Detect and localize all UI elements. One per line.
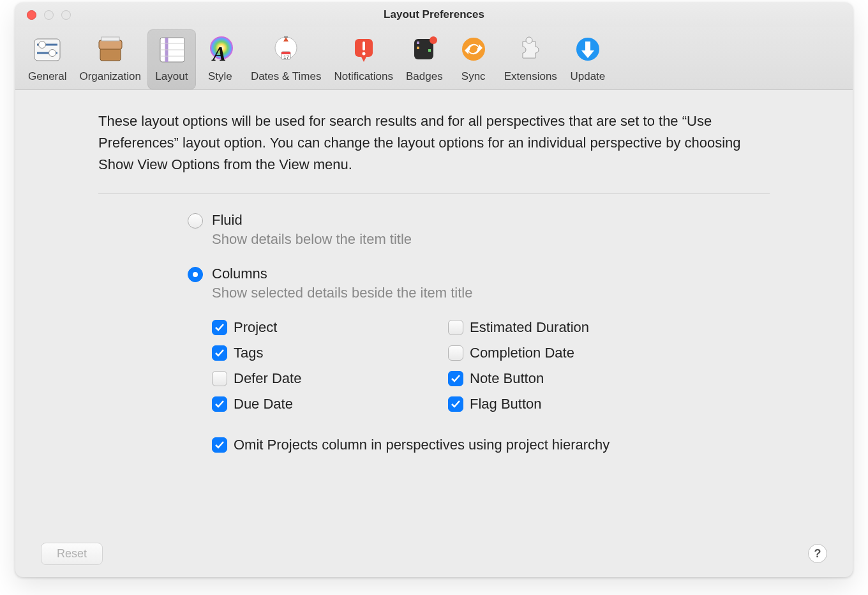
tab-label: Style (208, 70, 232, 83)
reset-button[interactable]: Reset (41, 543, 103, 565)
tab-organization[interactable]: Organization (73, 29, 147, 89)
sliders-icon (29, 33, 65, 66)
completion-date-checkbox[interactable] (448, 345, 463, 361)
svg-point-27 (430, 36, 437, 44)
due-date-label: Due Date (234, 396, 293, 412)
columns-label: Columns (212, 266, 472, 282)
tab-label: Badges (406, 70, 443, 83)
svg-rect-6 (99, 40, 122, 49)
option-columns: Columns Show selected details beside the… (188, 266, 770, 301)
tab-style[interactable]: A Style (196, 29, 244, 89)
flag-button-label: Flag Button (470, 396, 542, 412)
titlebar: Layout Preferences (15, 3, 853, 27)
tags-checkbox[interactable] (212, 345, 227, 361)
omit-projects-checkbox[interactable] (212, 437, 227, 453)
columns-grid: Project Estimated Duration Tags Completi… (212, 319, 770, 412)
note-button-label: Note Button (470, 370, 544, 387)
tab-label: General (28, 70, 66, 83)
svg-point-28 (462, 38, 485, 61)
svg-point-4 (49, 50, 56, 57)
fluid-label: Fluid (212, 212, 412, 229)
help-button[interactable]: ? (808, 544, 827, 563)
tab-label: Extensions (504, 70, 557, 83)
tab-update[interactable]: Update (564, 29, 612, 89)
tab-label: Layout (155, 70, 188, 83)
tab-badges[interactable]: Badges (400, 29, 449, 89)
badge-icon (407, 33, 442, 66)
omit-row: Omit Projects column in perspectives usi… (212, 437, 770, 453)
svg-rect-25 (417, 47, 419, 49)
drawer-icon (93, 33, 128, 66)
notification-icon (346, 33, 382, 66)
columns-radio[interactable] (188, 267, 203, 282)
due-date-checkbox[interactable] (212, 396, 227, 412)
calendar-icon: 17 (268, 33, 304, 66)
tags-label: Tags (234, 345, 263, 361)
svg-point-2 (39, 41, 46, 49)
tab-sync[interactable]: Sync (449, 29, 498, 89)
completion-date-label: Completion Date (470, 345, 574, 361)
estimated-duration-label: Estimated Duration (470, 319, 589, 336)
project-checkbox[interactable] (212, 320, 227, 335)
close-icon[interactable] (27, 10, 36, 20)
tab-layout[interactable]: Layout (147, 29, 196, 89)
preferences-toolbar: General Organization (15, 27, 853, 90)
content-pane: These layout options will be used for se… (15, 90, 853, 577)
svg-rect-26 (428, 49, 431, 52)
window-title: Layout Preferences (15, 8, 853, 21)
style-icon: A (202, 33, 238, 66)
estimated-duration-checkbox[interactable] (448, 320, 463, 335)
tab-label: Sync (461, 70, 486, 83)
svg-rect-5 (100, 48, 121, 61)
svg-text:17: 17 (283, 54, 289, 60)
tab-label: Update (570, 70, 605, 83)
project-label: Project (234, 319, 277, 336)
tab-notifications[interactable]: Notifications (327, 29, 400, 89)
note-button-checkbox[interactable] (448, 371, 463, 386)
sync-icon (456, 33, 491, 66)
svg-rect-0 (34, 39, 60, 61)
puzzle-icon (513, 33, 548, 66)
window-controls (27, 10, 71, 20)
svg-rect-31 (585, 41, 590, 50)
minimize-icon[interactable] (44, 10, 54, 20)
columns-sub: Show selected details beside the item ti… (212, 285, 472, 301)
svg-text:A: A (211, 42, 226, 64)
footer: Reset ? (15, 530, 853, 577)
layout-icon (154, 33, 190, 66)
flag-button-checkbox[interactable] (448, 396, 463, 412)
tab-label: Dates & Times (251, 70, 322, 83)
svg-rect-24 (417, 41, 419, 44)
separator (98, 193, 770, 194)
omit-label: Omit Projects column in perspectives usi… (234, 437, 610, 453)
fluid-radio[interactable] (188, 213, 203, 229)
tab-dates[interactable]: 17 Dates & Times (244, 29, 328, 89)
fluid-sub: Show details below the item title (212, 231, 412, 248)
defer-date-checkbox[interactable] (212, 371, 227, 386)
maximize-icon[interactable] (61, 10, 71, 20)
tab-extensions[interactable]: Extensions (498, 29, 564, 89)
svg-rect-7 (101, 37, 119, 41)
svg-point-29 (526, 37, 532, 43)
description-text: These layout options will be used for se… (98, 110, 770, 176)
option-fluid: Fluid Show details below the item title (188, 212, 770, 248)
tab-label: Notifications (334, 70, 393, 83)
tab-label: Organization (79, 70, 140, 83)
tab-general[interactable]: General (22, 29, 73, 89)
download-icon (570, 33, 606, 66)
defer-date-label: Defer Date (234, 370, 301, 387)
svg-rect-21 (363, 41, 365, 50)
svg-point-22 (362, 52, 365, 56)
preferences-window: Layout Preferences General (15, 3, 853, 577)
